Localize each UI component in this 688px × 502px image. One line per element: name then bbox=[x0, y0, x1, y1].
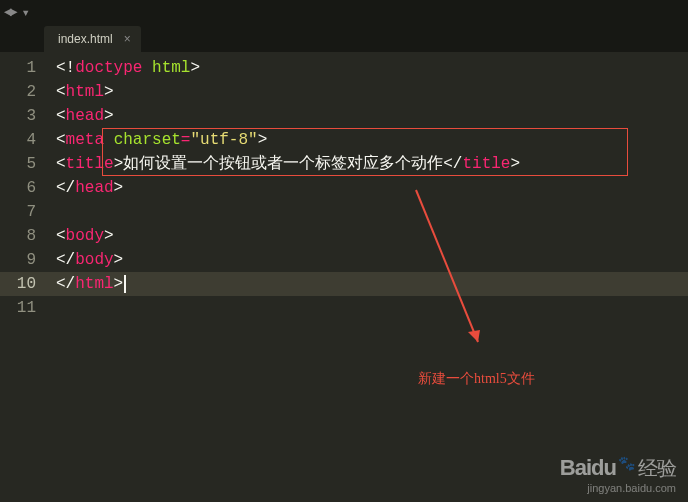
line-number: 6 bbox=[0, 176, 36, 200]
code-line: </body> bbox=[48, 248, 688, 272]
svg-marker-1 bbox=[468, 330, 480, 342]
nav-back-forward-icon[interactable]: ◄► bbox=[4, 5, 16, 20]
close-icon[interactable]: × bbox=[124, 32, 131, 46]
code-line: <head> bbox=[48, 104, 688, 128]
code-line bbox=[48, 200, 688, 224]
line-number: 3 bbox=[0, 104, 36, 128]
text-cursor bbox=[124, 275, 126, 293]
tab-index-html[interactable]: index.html × bbox=[44, 26, 141, 52]
tab-bar: index.html × bbox=[0, 24, 688, 52]
line-number: 7 bbox=[0, 200, 36, 224]
code-area[interactable]: <!doctype html> <html> <head> <meta char… bbox=[48, 52, 688, 502]
line-number: 9 bbox=[0, 248, 36, 272]
line-gutter: 1 2 3 4 5 6 7 8 9 10 11 bbox=[0, 52, 48, 502]
watermark: Baidu🐾经验 jingyan.baidu.com bbox=[560, 455, 676, 494]
editor[interactable]: 1 2 3 4 5 6 7 8 9 10 11 <!doctype html> … bbox=[0, 52, 688, 502]
toolbar: ◄► ▾ bbox=[0, 0, 688, 24]
code-line: <meta charset="utf-8"> bbox=[48, 128, 688, 152]
logo-icon: Baidu🐾经验 bbox=[560, 455, 676, 482]
code-line bbox=[48, 296, 688, 320]
line-number: 1 bbox=[0, 56, 36, 80]
line-number: 4 bbox=[0, 128, 36, 152]
line-number: 2 bbox=[0, 80, 36, 104]
code-line: <html> bbox=[48, 80, 688, 104]
code-line: <body> bbox=[48, 224, 688, 248]
dropdown-icon[interactable]: ▾ bbox=[22, 4, 30, 21]
code-line: </html> bbox=[48, 272, 688, 296]
code-line: <title>如何设置一个按钮或者一个标签对应多个动作</title> bbox=[48, 152, 688, 176]
annotation-text: 新建一个html5文件 bbox=[418, 367, 535, 391]
line-number: 10 bbox=[0, 272, 48, 296]
tab-label: index.html bbox=[58, 32, 113, 46]
line-number: 11 bbox=[0, 296, 36, 320]
line-number: 8 bbox=[0, 224, 36, 248]
code-line: <!doctype html> bbox=[48, 56, 688, 80]
watermark-url: jingyan.baidu.com bbox=[560, 482, 676, 494]
line-number: 5 bbox=[0, 152, 36, 176]
code-line: </head> bbox=[48, 176, 688, 200]
